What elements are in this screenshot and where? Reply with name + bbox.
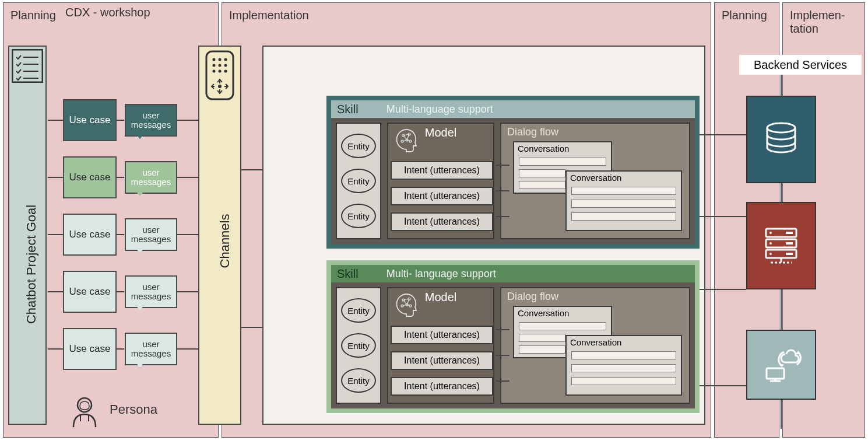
connector <box>700 216 746 217</box>
connector <box>48 234 63 235</box>
database-icon <box>764 121 799 158</box>
connector <box>700 385 746 386</box>
connector <box>177 234 198 235</box>
connector <box>117 291 124 292</box>
user-messages-3: user messages <box>125 218 177 251</box>
dialog-flow-title-2: Dialog flow <box>501 288 689 303</box>
mls-label-2: Multi- language support <box>369 268 695 280</box>
user-messages-1: user messages <box>125 104 177 137</box>
ai-head-icon <box>393 127 419 153</box>
entity-column-1: Entity Entity Entity <box>336 123 381 239</box>
conversation-2b: Conversation <box>565 335 682 396</box>
chatbot-goal-label: Chatbot Project Goal <box>24 205 39 324</box>
svg-point-16 <box>219 85 221 88</box>
backend-server-box <box>746 202 816 289</box>
connector <box>48 348 63 350</box>
connector <box>117 177 124 178</box>
connector <box>781 400 782 429</box>
user-messages-5: user messages <box>125 333 177 365</box>
model-box-2: Model Intent (utterances) Intent (uttera… <box>387 287 494 404</box>
connector <box>117 234 124 235</box>
planning-header-2: Planning <box>715 3 779 22</box>
connector <box>781 75 782 96</box>
svg-point-15 <box>224 70 227 73</box>
intent-1b: Intent (utterances) <box>391 187 493 205</box>
connector <box>48 120 63 121</box>
svg-rect-34 <box>786 232 793 234</box>
svg-point-33 <box>769 253 772 255</box>
channels-label: Channels <box>217 214 233 268</box>
connector <box>117 348 124 350</box>
connector <box>177 120 198 121</box>
connector <box>177 177 198 178</box>
svg-rect-0 <box>12 50 43 82</box>
entity-column-2: Entity Entity Entity <box>336 287 381 404</box>
svg-rect-35 <box>786 242 793 245</box>
use-case-3: Use case <box>63 214 117 256</box>
entity-1c: Entity <box>341 204 376 228</box>
svg-rect-41 <box>767 368 784 379</box>
cdx-workshop-header: CDX - workshop <box>65 6 150 19</box>
use-case-5: Use case <box>63 328 117 370</box>
svg-point-7 <box>213 58 216 61</box>
skill-box-1: Skill Multi-language support Entity Enti… <box>326 96 700 249</box>
svg-point-32 <box>769 242 772 245</box>
implementation-header-2: Implemen- tation <box>783 3 865 36</box>
connector <box>48 291 63 292</box>
backend-cloudsync-box <box>746 330 816 400</box>
intent-1a: Intent (utterances) <box>391 161 493 180</box>
checklist-icon <box>12 49 43 83</box>
user-messages-4: user messages <box>125 275 177 308</box>
user-messages-2: user messages <box>125 161 177 194</box>
svg-point-12 <box>224 64 227 67</box>
backend-services-label: Backend Services <box>739 55 862 75</box>
entity-2a: Entity <box>341 298 376 323</box>
intent-2a: Intent (utterances) <box>391 326 493 344</box>
svg-rect-36 <box>786 253 793 255</box>
svg-point-9 <box>224 58 227 61</box>
intent-1c: Intent (utterances) <box>391 212 493 231</box>
mls-label-1: Multi-language support <box>369 103 695 116</box>
connector <box>700 289 746 290</box>
dialog-flow-box-1: Dialog flow Conversation Conversation <box>500 123 690 239</box>
skill-body-1: Entity Entity Entity Model Intent (utter… <box>331 118 695 244</box>
svg-point-11 <box>219 64 222 67</box>
connector <box>700 134 746 135</box>
connector <box>177 348 198 350</box>
persona-icon <box>70 396 99 428</box>
connector <box>781 289 782 330</box>
svg-point-13 <box>213 70 216 73</box>
backend-database-box <box>746 96 816 183</box>
skill-header-2: Skill Multi- language support <box>331 265 695 282</box>
entity-1a: Entity <box>341 134 376 158</box>
connector <box>781 183 782 202</box>
server-icon <box>762 226 800 265</box>
dialog-flow-title-1: Dialog flow <box>501 124 689 138</box>
svg-point-14 <box>219 70 222 73</box>
ai-head-icon <box>393 292 419 317</box>
cloud-sync-icon <box>761 347 802 382</box>
implementation-header-1: Implementation <box>222 3 711 22</box>
skill-box-2: Skill Multi- language support Entity Ent… <box>326 260 700 413</box>
use-case-4: Use case <box>63 271 117 313</box>
use-case-2: Use case <box>63 156 117 198</box>
channels-remote-icon <box>204 50 236 100</box>
use-case-1: Use case <box>63 99 117 141</box>
intent-2c: Intent (utterances) <box>391 377 493 396</box>
skill-header-1: Skill Multi-language support <box>331 100 695 118</box>
skill-body-2: Entity Entity Entity Model Intent (utter… <box>331 282 695 408</box>
entity-2c: Entity <box>341 368 376 393</box>
svg-point-10 <box>213 64 216 67</box>
skill-title-2: Skill <box>331 267 369 281</box>
intent-2b: Intent (utterances) <box>391 351 493 370</box>
svg-point-27 <box>767 123 795 132</box>
dialog-flow-box-2: Dialog flow Conversation Conversation <box>500 287 690 404</box>
connector <box>117 120 124 121</box>
conversation-1b: Conversation <box>565 170 682 231</box>
connector <box>48 177 63 178</box>
svg-point-31 <box>769 232 772 234</box>
entity-1b: Entity <box>341 169 376 193</box>
svg-point-8 <box>219 58 222 61</box>
connector <box>177 291 198 292</box>
entity-2b: Entity <box>341 333 376 358</box>
